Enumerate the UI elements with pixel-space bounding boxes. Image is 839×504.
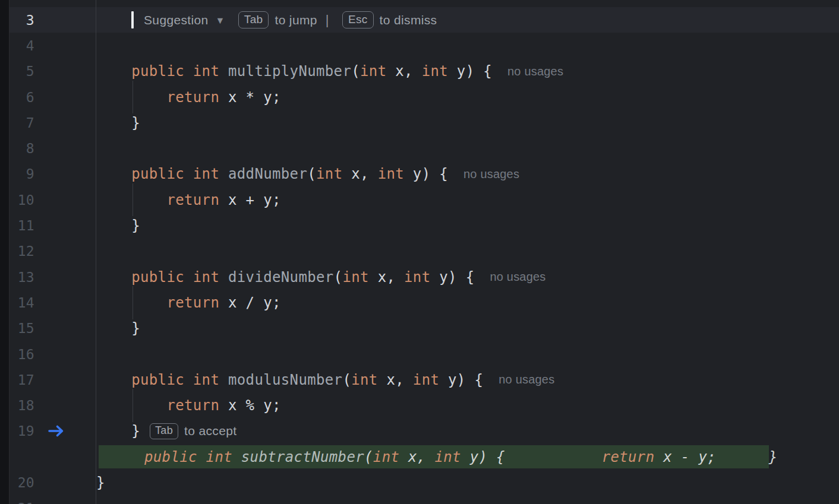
line-number: 20	[10, 475, 34, 490]
code-token: x * y;	[219, 89, 281, 106]
gutter-icon-slot	[34, 264, 96, 290]
code-line-content: public int modulusNumber(int x, int y) {…	[96, 367, 839, 392]
code-token: int	[373, 449, 399, 465]
code-token	[96, 294, 166, 311]
line-number: 18	[10, 398, 34, 413]
code-token	[100, 449, 144, 465]
code-line[interactable]: 16	[10, 341, 839, 367]
suggestion-dropdown-label: Suggestion	[144, 13, 209, 27]
code-token	[96, 63, 131, 80]
code-line[interactable]: 7 }	[10, 110, 839, 135]
line-number: 14	[10, 295, 34, 310]
inline-suggestion-band: public int subtractNumber(int x, int y) …	[99, 445, 769, 468]
code-token: (	[351, 63, 360, 80]
editor-main[interactable]: 3 Suggestion ▼ Tab to jump | Esc to dism…	[10, 0, 839, 504]
code-token: int	[378, 166, 404, 182]
indent-guide	[133, 389, 133, 421]
code-line[interactable]: 10 return x + y;	[10, 187, 839, 213]
code-line[interactable]: 15 }	[10, 316, 839, 341]
line-number: 12	[10, 243, 34, 259]
code-token: x + y;	[219, 192, 281, 208]
code-line-content	[96, 135, 839, 161]
no-usages-hint: no usages	[490, 270, 545, 284]
tab-key-badge: Tab	[238, 11, 269, 28]
line-number: 7	[10, 115, 34, 131]
gutter-icon-slot	[34, 239, 96, 264]
code-line-content: Suggestion ▼ Tab to jump | Esc to dismis…	[96, 7, 839, 33]
gutter-icon-slot	[34, 316, 96, 341]
code-token: }	[96, 320, 140, 337]
code-token	[96, 397, 166, 414]
code-line[interactable]: 8	[10, 135, 839, 161]
code-token: public int	[144, 449, 232, 465]
no-usages-hint: no usages	[463, 167, 519, 181]
line-number: 4	[10, 38, 34, 53]
code-token: }	[769, 449, 778, 465]
gutter-separator	[96, 0, 96, 504]
line-number: 19	[10, 423, 34, 439]
code-token: int	[413, 372, 439, 388]
code-line[interactable]: 12	[10, 239, 839, 264]
code-token: int	[342, 269, 368, 286]
code-line-content: }	[96, 470, 839, 495]
gutter-icon-slot	[34, 187, 96, 213]
code-token: y) {	[448, 63, 492, 80]
code-token: modulusNumber	[228, 372, 342, 388]
code-token: return	[166, 397, 219, 414]
code-token: int	[404, 269, 430, 286]
code-token: return	[602, 449, 655, 465]
code-token: public int	[131, 372, 219, 388]
code-line-content: return x * y;	[96, 84, 839, 110]
code-token: (	[364, 449, 373, 465]
gutter-icon-slot	[34, 59, 96, 84]
code-line[interactable]: 5 public int multiplyNumber(int x, int y…	[10, 59, 839, 84]
gutter-icon-slot	[34, 444, 96, 470]
code-line[interactable]: 18 return x % y;	[10, 392, 839, 418]
accept-action-label: to accept	[184, 424, 236, 438]
code-token	[232, 449, 241, 465]
suggestion-dropdown[interactable]: Suggestion ▼	[144, 13, 225, 27]
code-line[interactable]: 17 public int modulusNumber(int x, int y…	[10, 367, 839, 392]
gutter-icon-slot	[34, 367, 96, 392]
indent-guide	[133, 81, 133, 113]
suggestion-line[interactable]: public int subtractNumber(int x, int y) …	[10, 444, 839, 470]
code-token: return	[166, 192, 219, 208]
code-token: (	[342, 372, 351, 388]
code-line-content	[96, 496, 839, 504]
gutter-icon-slot	[34, 110, 96, 135]
gutter-icon-slot	[34, 33, 96, 58]
gutter-icon-slot	[34, 161, 96, 187]
arrow-right-icon	[48, 424, 65, 438]
code-token: addNumber	[228, 166, 307, 182]
code-token	[505, 449, 602, 465]
code-line[interactable]: 20}	[10, 470, 839, 495]
code-line[interactable]: 3 Suggestion ▼ Tab to jump | Esc to dism…	[10, 7, 839, 33]
line-number: 15	[10, 321, 34, 336]
code-line-content: return x + y;	[96, 187, 839, 213]
code-editor-window: 3 Suggestion ▼ Tab to jump | Esc to dism…	[0, 0, 839, 504]
code-line[interactable]: 4	[10, 33, 839, 58]
code-token: (	[307, 166, 316, 182]
code-line[interactable]: 19 } Tab to accept	[10, 419, 839, 444]
code-token: x / y;	[219, 294, 281, 311]
gutter-icon-slot	[34, 84, 96, 110]
code-line-content: return x % y;	[96, 392, 839, 418]
gutter-icon-slot	[34, 213, 96, 238]
suggestion-toolbar: Suggestion ▼ Tab to jump | Esc to dismis…	[134, 11, 437, 28]
code-line[interactable]: 13 public int divideNumber(int x, int y)…	[10, 264, 839, 290]
gutter-icon-slot	[34, 496, 96, 504]
code-line[interactable]: 9 public int addNumber(int x, int y) {no…	[10, 161, 839, 187]
code-token: int	[351, 372, 377, 388]
line-number: 21	[10, 500, 34, 504]
code-line[interactable]: 6 return x * y;	[10, 84, 839, 110]
code-token: x - y;	[654, 449, 716, 465]
code-line-content	[96, 239, 839, 264]
code-line[interactable]: 14 return x / y;	[10, 290, 839, 315]
line-number: 9	[10, 166, 34, 182]
code-token	[219, 63, 228, 80]
code-token: int	[360, 63, 386, 80]
code-line-content: public int addNumber(int x, int y) {no u…	[96, 161, 839, 187]
code-line[interactable]: 11 }	[10, 213, 839, 238]
code-line[interactable]: 21	[10, 496, 839, 504]
code-line-content: }	[96, 316, 839, 341]
